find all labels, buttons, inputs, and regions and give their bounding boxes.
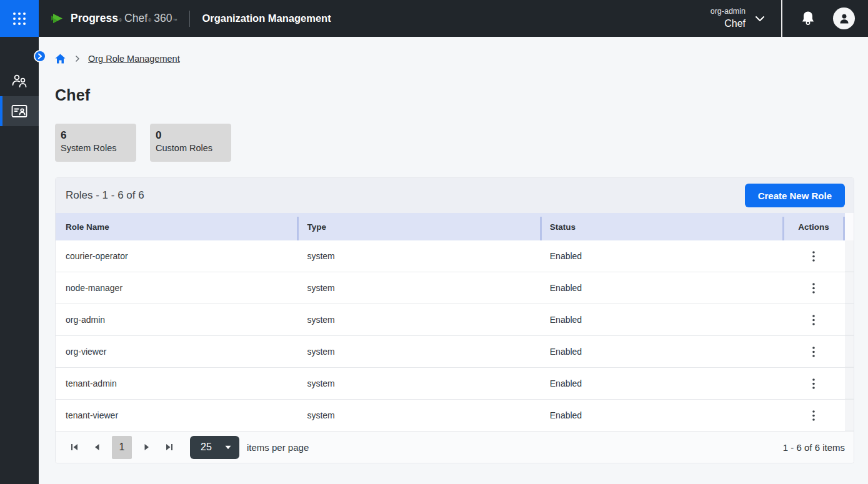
stat-label: System Roles: [61, 143, 131, 153]
cell-status: Enabled: [540, 400, 782, 431]
table-row: tenant-viewer system Enabled: [56, 400, 854, 432]
role-card-icon: [11, 104, 28, 119]
row-actions-kebab-icon[interactable]: [807, 313, 821, 327]
last-page-button[interactable]: [161, 439, 177, 455]
stat-value: 6: [61, 129, 131, 142]
cell-status: Enabled: [540, 304, 782, 335]
column-header-status[interactable]: Status: [540, 213, 782, 240]
chevron-right-icon: [37, 53, 42, 59]
scrollbar-gutter: [845, 400, 854, 431]
cell-status: Enabled: [540, 272, 782, 304]
pagination-bar: 1 25 items per page 1 - 6 of 6 items: [56, 432, 854, 463]
page-title: Chef: [55, 86, 854, 104]
sidebar-expand-button[interactable]: [34, 50, 46, 62]
header-divider: [189, 11, 190, 27]
cell-role-name: tenant-admin: [56, 368, 297, 399]
row-actions-kebab-icon[interactable]: [807, 377, 821, 390]
home-link[interactable]: [55, 54, 66, 64]
next-page-button[interactable]: [139, 439, 155, 455]
chevron-down-icon: [755, 16, 765, 22]
home-icon: [55, 54, 66, 64]
cell-type: system: [297, 336, 539, 367]
row-actions-kebab-icon[interactable]: [807, 345, 821, 358]
scrollbar-gutter: [845, 240, 854, 272]
org-name-label: Chef: [724, 17, 746, 31]
app-title: Organization Management: [202, 12, 331, 24]
table-panel-header: Roles - 1 - 6 of 6 Create New Role: [56, 178, 854, 213]
scrollbar-gutter: [845, 368, 854, 399]
table-row: node-manager system Enabled: [56, 272, 854, 304]
brand-part-progress: Progress: [71, 12, 118, 25]
table-row: org-viewer system Enabled: [56, 336, 854, 368]
page-size-dropdown[interactable]: 25: [190, 436, 239, 459]
row-actions-kebab-icon[interactable]: [807, 281, 821, 295]
items-per-page-label: items per page: [247, 442, 309, 453]
column-header-type[interactable]: Type: [297, 213, 539, 240]
table-row: tenant-admin system Enabled: [56, 368, 854, 400]
brand-mark-3: ™: [172, 18, 177, 22]
user-icon: [838, 12, 851, 25]
scrollbar-gutter: [845, 304, 854, 335]
stat-card-custom-roles: 0 Custom Roles: [150, 124, 231, 162]
stat-cards: 6 System Roles 0 Custom Roles: [55, 124, 854, 162]
column-header-actions: Actions: [782, 213, 845, 240]
app-launcher-button[interactable]: [0, 0, 39, 37]
sidebar-item-users[interactable]: [0, 66, 39, 96]
breadcrumb: Org Role Management: [55, 52, 854, 65]
main-content: Org Role Management Chef 6 System Roles …: [39, 37, 868, 484]
row-actions-kebab-icon[interactable]: [807, 408, 821, 422]
row-actions-kebab-icon[interactable]: [807, 249, 821, 263]
scrollbar-gutter: [845, 272, 854, 304]
user-avatar-button[interactable]: [833, 7, 855, 29]
org-role-label: org-admin: [711, 6, 746, 17]
cell-status: Enabled: [540, 336, 782, 367]
roles-table-card: Roles - 1 - 6 of 6 Create New Role Role …: [55, 177, 854, 463]
brand-part-chef: Chef: [124, 12, 147, 25]
cell-status: Enabled: [540, 240, 782, 272]
org-switcher[interactable]: org-admin Chef: [711, 6, 765, 30]
header-section-divider: [781, 0, 782, 37]
cell-type: system: [297, 368, 539, 399]
stat-card-system-roles: 6 System Roles: [55, 124, 136, 162]
cell-type: system: [297, 240, 539, 272]
sidebar: [0, 37, 39, 484]
grid-dots-icon: [12, 12, 26, 26]
dropdown-arrow-icon: [225, 445, 231, 450]
page-size-value: 25: [201, 442, 212, 453]
previous-page-button[interactable]: [89, 439, 105, 455]
table-row: courier-operator system Enabled: [56, 240, 854, 272]
cell-type: system: [297, 400, 539, 431]
pagination-range-label: 1 - 6 of 6 items: [783, 442, 845, 453]
cell-role-name: tenant-viewer: [56, 400, 297, 431]
cell-role-name: org-viewer: [56, 336, 297, 367]
progress-chef-logo: Progress®Chef®360™: [49, 11, 177, 27]
breadcrumb-link-org-role-management[interactable]: Org Role Management: [88, 54, 180, 64]
sidebar-item-roles[interactable]: [0, 96, 39, 126]
cell-role-name: node-manager: [56, 272, 297, 304]
column-header-role-name[interactable]: Role Name: [56, 213, 297, 240]
breadcrumb-chevron-icon: [75, 55, 80, 62]
table-title: Roles - 1 - 6 of 6: [66, 189, 144, 202]
brand-mark-1: ®: [119, 18, 122, 22]
current-page-button[interactable]: 1: [112, 436, 132, 459]
brand-mark-2: ®: [148, 18, 151, 22]
brand-part-360: 360: [154, 12, 172, 25]
cell-role-name: courier-operator: [56, 240, 297, 272]
table-header-row: Role Name Type Status Actions: [56, 213, 854, 240]
create-new-role-button[interactable]: Create New Role: [745, 184, 845, 207]
cell-role-name: org-admin: [56, 304, 297, 335]
first-page-button[interactable]: [66, 439, 82, 455]
cell-type: system: [297, 304, 539, 335]
top-bar: Progress®Chef®360™ Organization Manageme…: [0, 0, 868, 37]
cell-type: system: [297, 272, 539, 304]
progress-logo-icon: [49, 11, 66, 27]
stat-value: 0: [156, 129, 226, 142]
scrollbar-gutter: [845, 213, 854, 240]
users-icon: [11, 73, 28, 89]
scrollbar-gutter: [845, 336, 854, 367]
table-row: org-admin system Enabled: [56, 304, 854, 336]
bell-icon: [801, 11, 816, 27]
stat-label: Custom Roles: [156, 143, 226, 153]
cell-status: Enabled: [540, 368, 782, 399]
notifications-button[interactable]: [801, 11, 816, 27]
